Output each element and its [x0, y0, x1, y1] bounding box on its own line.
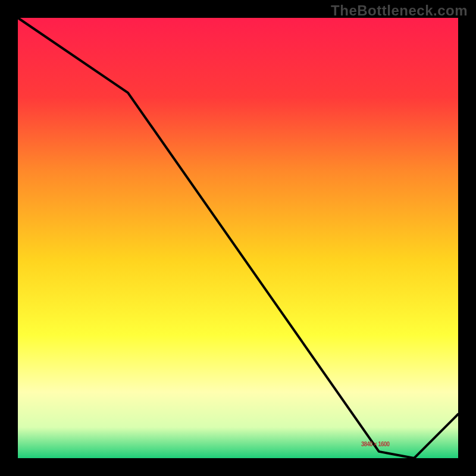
chart-svg: [0, 0, 476, 476]
chart-container: TheBottleneck.com 3840 × 1600: [0, 0, 476, 476]
min-point-label: 3840 × 1600: [361, 440, 390, 447]
watermark-text: TheBottleneck.com: [331, 2, 468, 19]
plot-area: [18, 18, 458, 458]
